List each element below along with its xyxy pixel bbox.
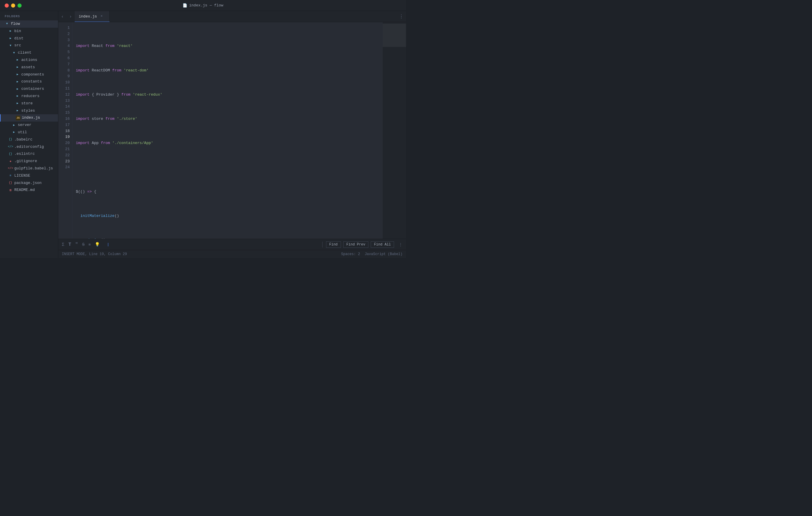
- sidebar-item-label: actions: [21, 57, 37, 63]
- app-layout: Folders ▼ flow ▶ bin ▶ dist ▼ src ▼ clie…: [0, 11, 406, 258]
- sidebar-item-label: index.js: [22, 115, 40, 121]
- columns-icon[interactable]: ⊞: [89, 243, 91, 246]
- folder-icon: ▶: [15, 101, 20, 106]
- line-num-15: 15: [58, 110, 70, 116]
- sidebar-item-assets[interactable]: ▶ assets: [0, 64, 58, 71]
- find-more-button[interactable]: ⋮: [399, 242, 403, 247]
- text-size-icon[interactable]: T: [68, 242, 71, 247]
- readme-file-icon: ▤: [8, 188, 13, 193]
- find-all-button[interactable]: Find All: [371, 241, 394, 248]
- sidebar: Folders ▼ flow ▶ bin ▶ dist ▼ src ▼ clie…: [0, 11, 58, 258]
- sidebar-item-label: containers: [21, 86, 44, 92]
- sidebar-item-readme[interactable]: ▤ README.md: [0, 187, 58, 194]
- tab-close-button[interactable]: ×: [99, 14, 104, 19]
- sidebar-header: Folders: [0, 11, 58, 21]
- window-title: 📄 index.js — flow: [182, 3, 223, 8]
- line-num-4: 4: [58, 43, 70, 49]
- sidebar-item-editorconfig[interactable]: </> .editorconfig: [0, 144, 58, 151]
- line-num-20: 20: [58, 140, 70, 146]
- line-num-9: 9: [58, 73, 70, 80]
- sidebar-item-reducers[interactable]: ▶ reducers: [0, 93, 58, 100]
- line-num-21: 21: [58, 146, 70, 152]
- line-num-12: 12: [58, 92, 70, 98]
- sidebar-item-label: .babelrc: [14, 137, 32, 143]
- sidebar-item-indexjs[interactable]: JS index.js: [0, 114, 58, 122]
- line-num-18: 18: [58, 128, 70, 134]
- sidebar-item-actions[interactable]: ▶ actions: [0, 57, 58, 64]
- sidebar-item-label: constants: [21, 79, 42, 85]
- folder-icon: ▶: [15, 80, 20, 84]
- folder-icon: ▶: [15, 58, 20, 62]
- sidebar-item-license[interactable]: ≡ LICENSE: [0, 172, 58, 180]
- minimize-button[interactable]: [11, 3, 15, 7]
- editor-mode: INSERT MODE, Line 19, Column 29: [62, 252, 127, 256]
- line-num-17: 17: [58, 122, 70, 128]
- sidebar-item-util[interactable]: ▶ util: [0, 129, 58, 136]
- sidebar-item-packagejson[interactable]: {} package.json: [0, 180, 58, 187]
- sidebar-item-eslintrc[interactable]: {} .eslintrc: [0, 150, 58, 158]
- sidebar-item-label: components: [21, 72, 44, 78]
- tab-nav-prev[interactable]: ‹: [58, 11, 66, 22]
- folder-icon: ▶: [15, 87, 20, 92]
- close-button[interactable]: [5, 3, 9, 7]
- find-separator: [322, 242, 323, 247]
- eslint-file-icon: {}: [8, 152, 13, 156]
- sidebar-item-store[interactable]: ▶ store: [0, 100, 58, 107]
- sidebar-item-components[interactable]: ▶ components: [0, 71, 58, 79]
- bulb-icon[interactable]: 💡: [95, 242, 100, 247]
- gulp-file-icon: </>: [8, 166, 13, 171]
- cursor-input[interactable]: [104, 241, 113, 248]
- sidebar-item-styles[interactable]: ▶ styles: [0, 107, 58, 115]
- editor-area[interactable]: 1 2 3 4 5 6 7 8 9 10 11 12 13 14 15 16 1…: [58, 22, 406, 239]
- sidebar-item-label: util: [18, 129, 27, 135]
- status-bar: INSERT MODE, Line 19, Column 29 Spaces: …: [58, 250, 406, 258]
- sidebar-item-dist[interactable]: ▶ dist: [0, 35, 58, 42]
- maximize-button[interactable]: [18, 3, 22, 7]
- sidebar-item-containers[interactable]: ▶ containers: [0, 85, 58, 93]
- sidebar-item-server[interactable]: ▶ server: [0, 122, 58, 129]
- code-line-9: renderApp(): [76, 237, 383, 239]
- find-prev-button[interactable]: Find Prev: [343, 241, 369, 248]
- sidebar-item-client[interactable]: ▼ client: [0, 49, 58, 57]
- quote-icon[interactable]: ": [75, 242, 78, 247]
- code-line-2: import ReactDOM from 'react-dom': [76, 68, 383, 74]
- sidebar-item-label: dist: [14, 36, 23, 42]
- line-num-11: 11: [58, 86, 70, 92]
- sidebar-item-src[interactable]: ▼ src: [0, 42, 58, 49]
- line-num-19: 19: [58, 134, 70, 140]
- folder-icon: ▶: [12, 130, 16, 135]
- sidebar-item-label: gulpfile.babel.js: [14, 165, 53, 172]
- line-num-8: 8: [58, 68, 70, 74]
- line-num-24: 24: [58, 164, 70, 171]
- tab-nav-next[interactable]: ›: [66, 11, 75, 22]
- sidebar-item-label: README.md: [14, 187, 35, 193]
- code-line-4: import store from './store': [76, 116, 383, 122]
- titlebar: 📄 index.js — flow: [0, 0, 406, 11]
- sidebar-item-label: assets: [21, 64, 35, 70]
- folder-open-icon: ▼: [12, 51, 16, 55]
- git-file-icon: ◈: [8, 159, 13, 164]
- status-right: Spaces: 2 JavaScript (Babel): [341, 252, 403, 256]
- sidebar-item-flow[interactable]: ▼ flow: [0, 21, 58, 28]
- code-line-5: import App from './containers/App': [76, 140, 383, 146]
- code-line-1: import React from 'react': [76, 43, 383, 49]
- find-button[interactable]: Find: [326, 241, 341, 248]
- line-num-22: 22: [58, 152, 70, 159]
- tab-indexjs[interactable]: index.js ×: [75, 11, 110, 22]
- sidebar-item-label: .editorconfig: [14, 144, 44, 150]
- line-num-3: 3: [58, 37, 70, 43]
- rc-file-icon: {}: [8, 137, 13, 142]
- sigma-icon[interactable]: Σ: [62, 242, 64, 247]
- folder-icon: ▶: [15, 65, 20, 70]
- sidebar-item-constants[interactable]: ▶ constants: [0, 78, 58, 85]
- code-editor[interactable]: import React from 'react' import ReactDO…: [72, 22, 383, 239]
- strikethrough-icon[interactable]: S: [82, 242, 85, 247]
- sidebar-item-gulpfile[interactable]: </> gulpfile.babel.js: [0, 165, 58, 172]
- tab-more-button[interactable]: ⋮: [399, 14, 404, 20]
- sidebar-item-gitignore[interactable]: ◈ .gitignore: [0, 158, 58, 165]
- sidebar-item-babelrc[interactable]: {} .babelrc: [0, 136, 58, 144]
- folder-icon: ▶: [8, 36, 13, 41]
- sidebar-item-label: reducers: [21, 93, 39, 99]
- sidebar-item-bin[interactable]: ▶ bin: [0, 28, 58, 35]
- sidebar-item-label: styles: [21, 108, 35, 114]
